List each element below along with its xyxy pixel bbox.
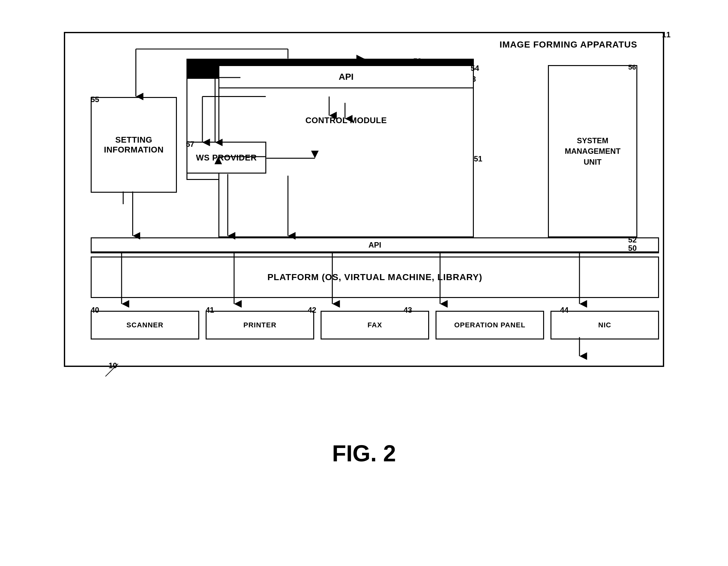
ref-56: 56 [628,63,636,72]
smu-label: SYSTEMMANAGEMENTUNIT [565,135,621,168]
hardware-row: SCANNER PRINTER FAX OPERATION PANEL NIC [91,311,659,339]
ref-44: 44 [560,305,569,314]
scanner-label: SCANNER [126,321,163,329]
scanner-box: SCANNER [91,311,199,339]
ws-provider-box: WS PROVIDER [186,142,266,174]
printer-label: PRINTER [243,321,277,329]
nic-label: NIC [598,321,611,329]
smu-box: SYSTEMMANAGEMENTUNIT [548,65,637,238]
ref-54: 54 [471,64,479,73]
ref-43: 43 [404,305,412,314]
ref-58: 58 [413,57,422,66]
ref-40: 40 [91,305,99,314]
ref-11: 11 [662,30,671,39]
fax-label: FAX [368,321,382,329]
ref-57: 57 [186,140,194,149]
ref-50: 50 [628,244,637,253]
setting-info-label: SETTINGINFORMATION [104,135,164,155]
page-container: IMAGE FORMING APPARATUS SYSTEMMANAGEMENT… [0,0,728,566]
outer-frame: IMAGE FORMING APPARATUS SYSTEMMANAGEMENT… [64,32,664,367]
op-panel-box: OPERATION PANEL [436,311,544,339]
ref-52: 52 [628,236,637,245]
svg-line-26 [105,364,118,376]
control-module-label: CONTROL MODULE [306,116,387,125]
api-54-label: API [339,72,354,82]
outer-frame-label: IMAGE FORMING APPARATUS [499,40,637,50]
setting-info-box: SETTINGINFORMATION [91,97,177,193]
platform-label: PLATFORM (OS, VIRTUAL MACHINE, LIBRARY) [267,272,482,283]
fax-box: FAX [321,311,429,339]
ref-41: 41 [206,305,214,314]
api-54-bar: API [219,66,473,88]
op-panel-label: OPERATION PANEL [454,321,525,329]
api-main-bar: API [91,238,659,253]
printer-box: PRINTER [206,311,314,339]
ref-42: 42 [308,305,316,314]
diagram-wrapper: IMAGE FORMING APPARATUS SYSTEMMANAGEMENT… [45,13,683,427]
api-main-label: API [368,241,381,250]
ref-51: 51 [474,155,482,163]
nic-box: NIC [550,311,659,339]
ws-provider-label: WS PROVIDER [196,153,257,163]
ref-10-line [102,364,121,376]
fig-label: FIG. 2 [332,440,396,466]
platform-box: PLATFORM (OS, VIRTUAL MACHINE, LIBRARY) [91,257,659,298]
ref-55: 55 [91,95,99,104]
